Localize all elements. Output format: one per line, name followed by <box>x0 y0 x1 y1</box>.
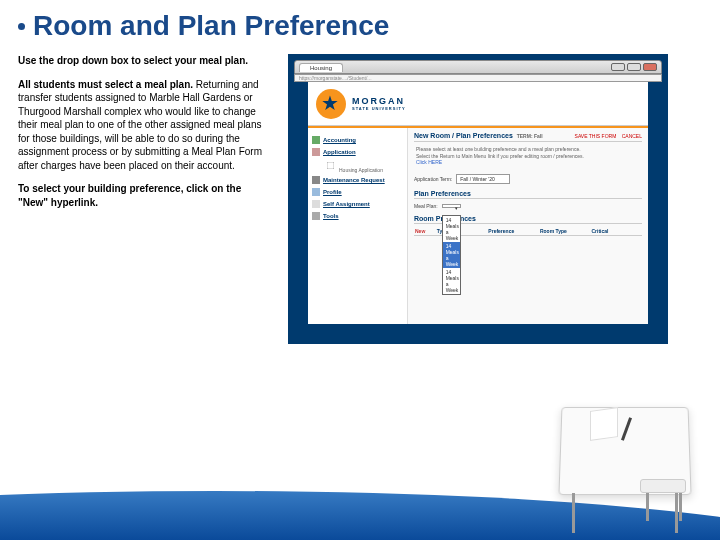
application-icon <box>312 148 320 156</box>
meal-option[interactable]: 14 Meals a Week <box>443 268 460 294</box>
instruction-text: Use the drop down box to select your mea… <box>18 54 288 344</box>
nav-label: Application <box>323 149 356 155</box>
plan-preferences-heading: Plan Preferences <box>414 190 642 199</box>
app-term-select[interactable]: Fall / Winter '20 <box>456 174 510 184</box>
cancel-button[interactable]: CANCEL <box>622 133 642 139</box>
maintenance-icon <box>312 176 320 184</box>
slide-title-row: Room and Plan Preference <box>0 0 720 48</box>
housing-checkbox[interactable] <box>327 162 335 170</box>
col-critical: Critical <box>590 227 642 235</box>
nav-label: Tools <box>323 213 339 219</box>
col-roomtype: Room Type <box>539 227 591 235</box>
nav-profile[interactable]: Profile <box>312 186 403 198</box>
nav-accounting[interactable]: Accounting <box>312 134 403 146</box>
meal-plan-dropdown[interactable]: 14 Meals a Week 14 Meals a Week 14 Meals… <box>442 204 461 208</box>
window-controls <box>611 63 657 71</box>
book-icon <box>590 407 618 441</box>
detail-text: Returning and transfer students assigned… <box>18 79 262 171</box>
close-button[interactable] <box>643 63 657 71</box>
nav-sublabel: Housing Application <box>339 167 383 173</box>
app-screenshot: Housing https://morganstate..../Student/… <box>288 54 668 344</box>
save-button[interactable]: SAVE THIS FORM <box>575 133 617 139</box>
page-title-row: New Room / Plan Preferences TERM: Fall S… <box>414 132 642 142</box>
slide-title: Room and Plan Preference <box>33 10 389 42</box>
brand-name: MORGAN <box>352 96 405 106</box>
nav-label: Maintenance Request <box>323 177 385 183</box>
instructions: Please select at least one building pref… <box>414 142 642 170</box>
form-actions: SAVE THIS FORM CANCEL <box>571 133 642 139</box>
intro-text: Use the drop down box to select your mea… <box>18 55 248 66</box>
nav-label: Accounting <box>323 137 356 143</box>
tools-icon <box>312 212 320 220</box>
maximize-button[interactable] <box>627 63 641 71</box>
nav-maintenance[interactable]: Maintenance Request <box>312 174 403 186</box>
meal-plan-label: Meal Plan: <box>414 203 438 209</box>
decorative-desk <box>550 385 700 535</box>
application-term-field: Application Term: Fall / Winter '20 <box>414 174 642 184</box>
meal-plan-options: 14 Meals a Week 14 Meals a Week 14 Meals… <box>442 215 461 295</box>
term-label: TERM: Fall <box>517 133 543 139</box>
instr-line2: Select the Return to Main Menu link if y… <box>416 153 640 160</box>
nav-application[interactable]: Application <box>312 146 403 158</box>
hyperlink-instruction: To select your building preference, clic… <box>18 183 241 208</box>
col-new[interactable]: New <box>414 227 436 235</box>
bullet-icon <box>18 23 25 30</box>
content-area: Use the drop down box to select your mea… <box>0 48 720 344</box>
meal-plan-field: Meal Plan: 14 Meals a Week 14 Meals a We… <box>414 203 642 209</box>
nav-label: Profile <box>323 189 342 195</box>
morgan-wordmark: MORGAN STATE UNIVERSITY <box>352 96 406 111</box>
app-term-label: Application Term: <box>414 176 452 182</box>
page-heading: New Room / Plan Preferences TERM: Fall <box>414 132 543 139</box>
desk-chair <box>640 465 688 521</box>
accounting-icon <box>312 136 320 144</box>
main-panel: New Room / Plan Preferences TERM: Fall S… <box>408 128 648 324</box>
profile-icon <box>312 188 320 196</box>
meal-plan-selected[interactable] <box>442 204 461 208</box>
nav-housing-app[interactable]: Housing Application <box>324 158 403 174</box>
app-header: MORGAN STATE UNIVERSITY <box>308 82 648 126</box>
nav-label: Self Assignment <box>323 201 370 207</box>
app-body: Accounting Application Housing Applicati… <box>308 128 648 324</box>
nav-self-assignment[interactable]: Self Assignment <box>312 198 403 210</box>
chair-seat <box>640 479 686 493</box>
morgan-logo-icon <box>316 89 346 119</box>
nav-tools[interactable]: Tools <box>312 210 403 222</box>
browser-tab[interactable]: Housing <box>299 63 343 72</box>
self-icon <box>312 200 320 208</box>
click-here-link[interactable]: Click HERE <box>416 159 442 165</box>
meal-option-highlighted[interactable]: 14 Meals a Week <box>443 242 460 268</box>
brand-sub: STATE UNIVERSITY <box>352 106 406 111</box>
minimize-button[interactable] <box>611 63 625 71</box>
sidebar: Accounting Application Housing Applicati… <box>308 128 408 324</box>
mandatory-text: All students must select a meal plan. <box>18 79 193 90</box>
meal-option[interactable]: 14 Meals a Week <box>443 216 460 242</box>
browser-chrome: Housing <box>294 60 662 74</box>
address-bar[interactable]: https://morganstate..../Student/... <box>294 74 662 82</box>
col-preference: Preference <box>487 227 539 235</box>
